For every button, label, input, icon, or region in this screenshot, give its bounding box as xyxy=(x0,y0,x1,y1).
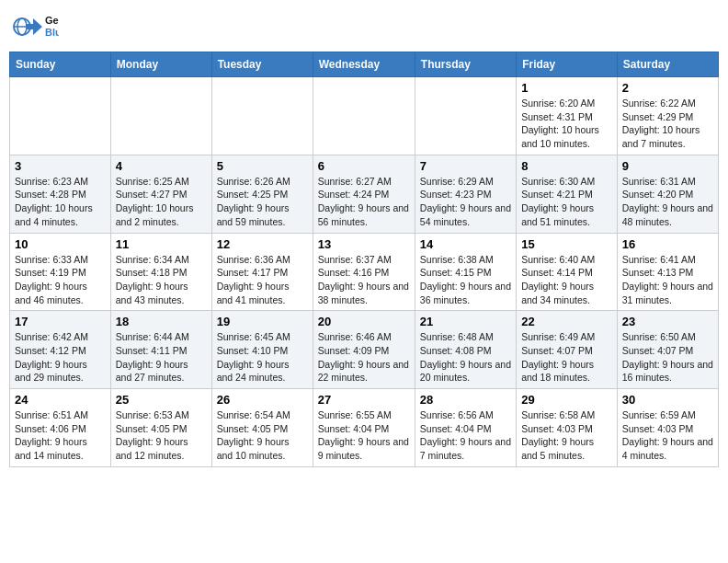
day-info: Sunrise: 6:27 AM Sunset: 4:24 PM Dayligh… xyxy=(318,175,410,229)
day-number: 5 xyxy=(217,159,308,173)
day-number: 17 xyxy=(15,315,106,328)
calendar-cell: 21Sunrise: 6:48 AM Sunset: 4:08 PM Dayli… xyxy=(415,311,516,389)
weekday-header-row: SundayMondayTuesdayWednesdayThursdayFrid… xyxy=(10,52,719,77)
day-number: 19 xyxy=(217,315,308,328)
calendar-cell: 19Sunrise: 6:45 AM Sunset: 4:10 PM Dayli… xyxy=(211,311,313,389)
day-number: 22 xyxy=(521,315,612,328)
calendar-cell xyxy=(110,77,211,155)
calendar-cell: 5Sunrise: 6:26 AM Sunset: 4:25 PM Daylig… xyxy=(211,155,313,233)
day-number: 14 xyxy=(420,237,511,251)
day-info: Sunrise: 6:49 AM Sunset: 4:07 PM Dayligh… xyxy=(521,330,612,385)
day-number: 29 xyxy=(521,393,612,407)
day-info: Sunrise: 6:36 AM Sunset: 4:17 PM Dayligh… xyxy=(217,253,308,307)
calendar-row: 10Sunrise: 6:33 AM Sunset: 4:19 PM Dayli… xyxy=(10,233,719,311)
day-number: 4 xyxy=(116,159,207,173)
day-info: Sunrise: 6:54 AM Sunset: 4:05 PM Dayligh… xyxy=(217,408,308,463)
day-info: Sunrise: 6:55 AM Sunset: 4:04 PM Dayligh… xyxy=(318,408,410,463)
day-info: Sunrise: 6:38 AM Sunset: 4:15 PM Dayligh… xyxy=(420,253,511,307)
day-info: Sunrise: 6:50 AM Sunset: 4:07 PM Dayligh… xyxy=(622,330,713,385)
day-number: 16 xyxy=(622,237,713,251)
calendar-cell: 13Sunrise: 6:37 AM Sunset: 4:16 PM Dayli… xyxy=(313,233,415,311)
weekday-header-friday: Friday xyxy=(517,52,618,77)
day-info: Sunrise: 6:41 AM Sunset: 4:13 PM Dayligh… xyxy=(622,253,713,307)
svg-text:General: General xyxy=(45,15,59,26)
day-info: Sunrise: 6:29 AM Sunset: 4:23 PM Dayligh… xyxy=(420,175,511,229)
day-number: 28 xyxy=(420,393,511,407)
day-info: Sunrise: 6:25 AM Sunset: 4:27 PM Dayligh… xyxy=(116,175,207,229)
calendar-cell xyxy=(313,77,415,155)
calendar-cell: 8Sunrise: 6:30 AM Sunset: 4:21 PM Daylig… xyxy=(517,155,618,233)
calendar-cell: 12Sunrise: 6:36 AM Sunset: 4:17 PM Dayli… xyxy=(211,233,313,311)
day-info: Sunrise: 6:30 AM Sunset: 4:21 PM Dayligh… xyxy=(521,175,612,229)
calendar-cell: 16Sunrise: 6:41 AM Sunset: 4:13 PM Dayli… xyxy=(617,233,718,311)
day-number: 3 xyxy=(15,159,106,173)
day-number: 23 xyxy=(622,315,713,328)
day-info: Sunrise: 6:23 AM Sunset: 4:28 PM Dayligh… xyxy=(15,175,106,229)
day-info: Sunrise: 6:31 AM Sunset: 4:20 PM Dayligh… xyxy=(622,175,713,229)
day-number: 7 xyxy=(420,159,511,173)
day-number: 20 xyxy=(318,315,410,328)
day-number: 21 xyxy=(420,315,511,328)
calendar-cell xyxy=(415,77,516,155)
day-info: Sunrise: 6:53 AM Sunset: 4:05 PM Dayligh… xyxy=(116,408,207,463)
calendar-cell: 24Sunrise: 6:51 AM Sunset: 4:06 PM Dayli… xyxy=(10,389,111,467)
svg-text:Blue: Blue xyxy=(45,27,59,38)
day-info: Sunrise: 6:48 AM Sunset: 4:08 PM Dayligh… xyxy=(420,330,511,385)
calendar-cell: 26Sunrise: 6:54 AM Sunset: 4:05 PM Dayli… xyxy=(211,389,313,467)
logo: GeneralBlue xyxy=(13,9,59,44)
day-info: Sunrise: 6:33 AM Sunset: 4:19 PM Dayligh… xyxy=(15,253,106,307)
calendar-cell: 6Sunrise: 6:27 AM Sunset: 4:24 PM Daylig… xyxy=(313,155,415,233)
calendar-cell: 18Sunrise: 6:44 AM Sunset: 4:11 PM Dayli… xyxy=(110,311,211,389)
calendar-row: 24Sunrise: 6:51 AM Sunset: 4:06 PM Dayli… xyxy=(10,389,719,467)
weekday-header-wednesday: Wednesday xyxy=(313,52,415,77)
calendar-cell: 22Sunrise: 6:49 AM Sunset: 4:07 PM Dayli… xyxy=(517,311,618,389)
day-number: 30 xyxy=(622,393,713,407)
calendar-cell: 10Sunrise: 6:33 AM Sunset: 4:19 PM Dayli… xyxy=(10,233,111,311)
calendar-cell: 23Sunrise: 6:50 AM Sunset: 4:07 PM Dayli… xyxy=(617,311,718,389)
calendar-cell: 1Sunrise: 6:20 AM Sunset: 4:31 PM Daylig… xyxy=(517,77,618,155)
day-number: 25 xyxy=(116,393,207,407)
calendar-cell: 25Sunrise: 6:53 AM Sunset: 4:05 PM Dayli… xyxy=(110,389,211,467)
calendar-cell: 17Sunrise: 6:42 AM Sunset: 4:12 PM Dayli… xyxy=(10,311,111,389)
day-info: Sunrise: 6:20 AM Sunset: 4:31 PM Dayligh… xyxy=(521,97,612,151)
day-info: Sunrise: 6:46 AM Sunset: 4:09 PM Dayligh… xyxy=(318,330,410,385)
day-number: 2 xyxy=(622,81,713,95)
day-number: 15 xyxy=(521,237,612,251)
logo-icon: GeneralBlue xyxy=(13,9,59,44)
day-info: Sunrise: 6:59 AM Sunset: 4:03 PM Dayligh… xyxy=(622,408,713,463)
day-info: Sunrise: 6:22 AM Sunset: 4:29 PM Dayligh… xyxy=(622,97,713,151)
weekday-header-sunday: Sunday xyxy=(10,52,111,77)
calendar-cell: 2Sunrise: 6:22 AM Sunset: 4:29 PM Daylig… xyxy=(617,77,718,155)
day-info: Sunrise: 6:26 AM Sunset: 4:25 PM Dayligh… xyxy=(217,175,308,229)
day-number: 9 xyxy=(622,159,713,173)
day-info: Sunrise: 6:40 AM Sunset: 4:14 PM Dayligh… xyxy=(521,253,612,307)
calendar-cell: 15Sunrise: 6:40 AM Sunset: 4:14 PM Dayli… xyxy=(517,233,618,311)
day-info: Sunrise: 6:37 AM Sunset: 4:16 PM Dayligh… xyxy=(318,253,410,307)
day-number: 10 xyxy=(15,237,106,251)
day-info: Sunrise: 6:34 AM Sunset: 4:18 PM Dayligh… xyxy=(116,253,207,307)
calendar-cell: 14Sunrise: 6:38 AM Sunset: 4:15 PM Dayli… xyxy=(415,233,516,311)
day-number: 6 xyxy=(318,159,410,173)
calendar-cell: 27Sunrise: 6:55 AM Sunset: 4:04 PM Dayli… xyxy=(313,389,415,467)
calendar-cell: 9Sunrise: 6:31 AM Sunset: 4:20 PM Daylig… xyxy=(617,155,718,233)
day-number: 24 xyxy=(15,393,106,407)
day-number: 18 xyxy=(116,315,207,328)
day-number: 13 xyxy=(318,237,410,251)
calendar-cell: 29Sunrise: 6:58 AM Sunset: 4:03 PM Dayli… xyxy=(517,389,618,467)
weekday-header-thursday: Thursday xyxy=(415,52,516,77)
calendar-cell xyxy=(10,77,111,155)
day-number: 26 xyxy=(217,393,308,407)
day-number: 8 xyxy=(521,159,612,173)
day-info: Sunrise: 6:58 AM Sunset: 4:03 PM Dayligh… xyxy=(521,408,612,463)
page-header: GeneralBlue xyxy=(9,9,719,44)
calendar-cell: 30Sunrise: 6:59 AM Sunset: 4:03 PM Dayli… xyxy=(617,389,718,467)
calendar-cell: 7Sunrise: 6:29 AM Sunset: 4:23 PM Daylig… xyxy=(415,155,516,233)
weekday-header-monday: Monday xyxy=(110,52,211,77)
calendar-row: 1Sunrise: 6:20 AM Sunset: 4:31 PM Daylig… xyxy=(10,77,719,155)
calendar-row: 17Sunrise: 6:42 AM Sunset: 4:12 PM Dayli… xyxy=(10,311,719,389)
weekday-header-tuesday: Tuesday xyxy=(211,52,313,77)
day-info: Sunrise: 6:45 AM Sunset: 4:10 PM Dayligh… xyxy=(217,330,308,385)
day-number: 1 xyxy=(521,81,612,95)
calendar-row: 3Sunrise: 6:23 AM Sunset: 4:28 PM Daylig… xyxy=(10,155,719,233)
day-info: Sunrise: 6:44 AM Sunset: 4:11 PM Dayligh… xyxy=(116,330,207,385)
